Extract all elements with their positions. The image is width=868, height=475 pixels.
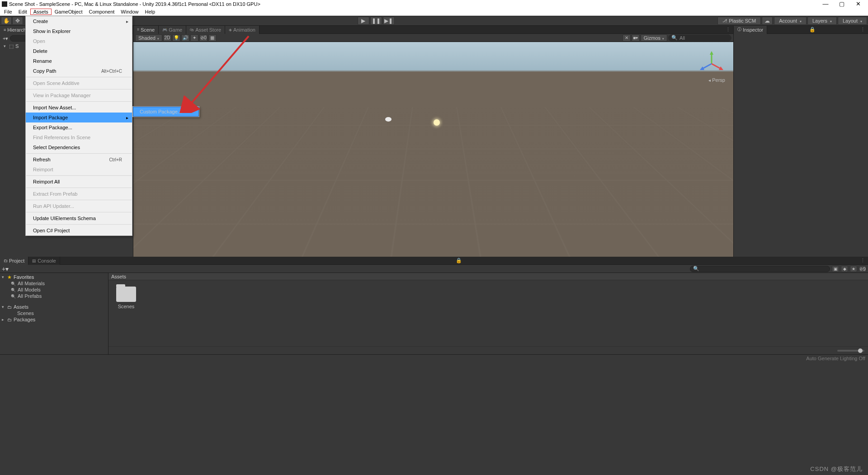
- menu-file[interactable]: File: [1, 9, 15, 15]
- shortcut-label: Ctrl+R: [109, 157, 122, 162]
- pause-button[interactable]: ❚❚: [370, 17, 382, 25]
- menu-separator: [26, 200, 132, 200]
- fav-all-models[interactable]: All Models: [0, 287, 108, 293]
- menu-open-csharp-project[interactable]: Open C# Project: [26, 226, 132, 235]
- thumbnail-size-slider[interactable]: [837, 350, 864, 352]
- projection-label[interactable]: ◂ Persp: [708, 77, 725, 83]
- save-search-icon[interactable]: ★: [850, 266, 857, 272]
- orientation-gizmo[interactable]: [698, 50, 725, 77]
- layers-dropdown[interactable]: Layers: [807, 17, 837, 25]
- minimize-button[interactable]: —: [821, 0, 830, 7]
- account-dropdown[interactable]: Account: [774, 17, 807, 25]
- audio-toggle-icon[interactable]: 🔊: [181, 34, 189, 42]
- tab-console[interactable]: ▤Console: [28, 257, 60, 265]
- play-button[interactable]: ▶: [358, 17, 369, 25]
- cloud-button[interactable]: ☁: [762, 17, 773, 25]
- move-tool-button[interactable]: ✥: [12, 17, 23, 25]
- shading-label: Shaded: [138, 35, 156, 41]
- scene-toolbar: Shaded 2D 💡 🔊 ✦ ⊘0 ▦ ✕ ■▾ Gizmos 🔍All: [133, 34, 733, 42]
- create-dropdown-icon[interactable]: +▾: [3, 36, 8, 42]
- search-icon: [11, 293, 16, 299]
- menu-copy-path[interactable]: Copy PathAlt+Ctrl+C: [26, 66, 132, 76]
- menu-import-new-asset[interactable]: Import New Asset...: [26, 103, 132, 113]
- menu-export-package[interactable]: Export Package...: [26, 122, 132, 132]
- fav-all-materials[interactable]: All Materials: [0, 280, 108, 287]
- close-button[interactable]: ✕: [854, 0, 863, 7]
- plastic-scm-button[interactable]: ⎇Plastic SCM: [717, 17, 761, 25]
- scene-search-input[interactable]: 🔍All: [668, 34, 731, 42]
- menu-reimport-all[interactable]: Reimport All: [26, 177, 132, 187]
- project-toolbar: +▾ 🔍 ▣ ◆ ★ ⊘9: [0, 265, 868, 273]
- menu-import-package[interactable]: Import Package: [26, 113, 132, 122]
- menu-assets[interactable]: Assets: [30, 9, 52, 15]
- lighting-toggle-icon[interactable]: 💡: [172, 34, 180, 42]
- project-grid[interactable]: Scenes: [108, 280, 868, 346]
- lock-icon[interactable]: 🔒: [807, 27, 818, 33]
- assets-folder[interactable]: ▾Assets: [0, 304, 108, 310]
- tab-animation[interactable]: ◈Animation: [225, 26, 259, 34]
- project-search-input[interactable]: 🔍: [690, 266, 830, 272]
- menu-gameobject[interactable]: GameObject: [52, 9, 86, 15]
- menu-window[interactable]: Window: [118, 9, 142, 15]
- menu-open: Open: [26, 36, 132, 46]
- favorites-label: Favorites: [14, 274, 34, 280]
- menu-select-dependencies[interactable]: Select Dependencies: [26, 142, 132, 152]
- tab-scene[interactable]: ⌗Scene: [133, 26, 159, 34]
- scene-viewport[interactable]: ◂ Persp: [133, 42, 733, 257]
- tab-game[interactable]: 🎮Game: [159, 26, 186, 34]
- watermark-text: CSDN @极客范儿: [810, 465, 863, 473]
- tab-asset-store[interactable]: 🛍Asset Store: [186, 26, 225, 34]
- folder-icon: [116, 287, 136, 302]
- fx-toggle-icon[interactable]: ✦: [190, 34, 198, 42]
- panel-menu-icon[interactable]: ⋮: [858, 258, 868, 263]
- hidden-packages-icon[interactable]: ⊘9: [859, 266, 866, 272]
- console-icon: ▤: [32, 259, 36, 263]
- gizmos-label: Gizmos: [644, 35, 660, 41]
- layout-dropdown[interactable]: Layout: [838, 17, 867, 25]
- directional-light-gizmo-icon[interactable]: [434, 119, 440, 126]
- packages-folder[interactable]: ▸Packages: [0, 316, 108, 323]
- menu-delete[interactable]: Delete: [26, 46, 132, 56]
- create-asset-button[interactable]: +▾: [2, 265, 9, 273]
- grid-toggle-icon[interactable]: ▦: [208, 34, 217, 42]
- menu-create[interactable]: Create: [26, 16, 132, 26]
- shading-mode-dropdown[interactable]: Shaded: [135, 34, 162, 42]
- filter-by-type-icon[interactable]: ▣: [832, 266, 839, 272]
- filter-by-label-icon[interactable]: ◆: [841, 266, 848, 272]
- hidden-toggle-icon[interactable]: ⊘0: [199, 34, 208, 42]
- menu-separator: [26, 153, 132, 154]
- inspector-tab-label: Inspector: [743, 27, 763, 33]
- lock-icon[interactable]: 🔒: [453, 258, 465, 263]
- fav-all-prefabs[interactable]: All Prefabs: [0, 293, 108, 299]
- scene-tab-label: Scene: [141, 27, 155, 33]
- project-breadcrumb[interactable]: Assets: [108, 273, 868, 280]
- menu-component[interactable]: Component: [85, 9, 118, 15]
- favorites-header[interactable]: ▾★Favorites: [0, 274, 108, 280]
- game-icon: 🎮: [162, 28, 167, 32]
- gizmos-dropdown[interactable]: Gizmos: [641, 34, 667, 42]
- assets-dropdown-menu: Create Show in Explorer Open Delete Rena…: [25, 16, 132, 236]
- maximize-button[interactable]: ▢: [837, 0, 846, 7]
- tab-project[interactable]: 🗀Project: [0, 257, 28, 265]
- tool-settings-icon[interactable]: ✕: [623, 34, 631, 42]
- menu-update-uielements-schema[interactable]: Update UIElements Schema: [26, 213, 132, 223]
- asset-scenes-folder[interactable]: Scenes: [115, 287, 137, 309]
- menu-refresh[interactable]: RefreshCtrl+R: [26, 155, 132, 165]
- menu-rename[interactable]: Rename: [26, 56, 132, 66]
- camera-icon[interactable]: ■▾: [632, 34, 640, 42]
- center-panel: ⌗Scene 🎮Game 🛍Asset Store ◈Animation ⋮ S…: [133, 26, 734, 257]
- 2d-toggle[interactable]: 2D: [163, 34, 171, 42]
- tab-inspector[interactable]: ⓘInspector: [734, 26, 767, 34]
- project-tab-label: Project: [9, 258, 24, 263]
- menu-edit[interactable]: Edit: [15, 9, 30, 15]
- menu-help[interactable]: Help: [142, 9, 158, 15]
- submenu-custom-package[interactable]: Custom Package...: [133, 107, 199, 117]
- scenes-folder[interactable]: Scenes: [0, 310, 108, 316]
- hand-tool-button[interactable]: ✋: [1, 17, 12, 25]
- project-footer: [108, 346, 868, 354]
- step-button[interactable]: ▶❚: [383, 17, 395, 25]
- menu-show-in-explorer[interactable]: Show in Explorer: [26, 26, 132, 36]
- panel-menu-icon[interactable]: ⋮: [723, 27, 733, 33]
- panel-menu-icon[interactable]: ⋮: [858, 27, 868, 33]
- game-tab-label: Game: [169, 27, 182, 33]
